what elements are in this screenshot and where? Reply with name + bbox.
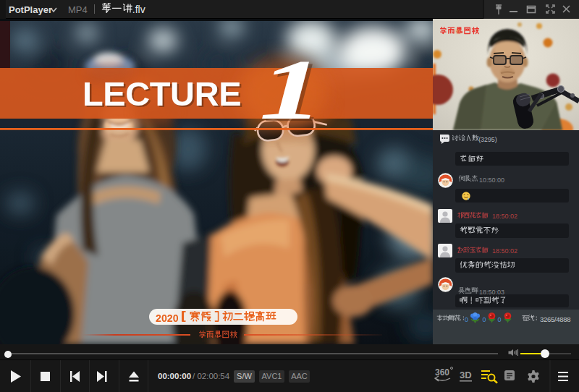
svg-text:360: 360 — [435, 367, 449, 378]
svg-text:18:50:02: 18:50:02 — [492, 247, 517, 255]
svg-text:18:50:02: 18:50:02 — [492, 213, 517, 220]
svg-text:1: 1 — [259, 43, 323, 137]
svg-text:.flv: .flv — [132, 4, 145, 15]
svg-text:(3295): (3295) — [478, 135, 496, 142]
svg-text:3D: 3D — [460, 370, 472, 380]
svg-text:LECTURE: LECTURE — [83, 74, 241, 113]
svg-text:10:50:00: 10:50:00 — [479, 176, 504, 184]
svg-text:2020: 2020 — [156, 312, 179, 324]
